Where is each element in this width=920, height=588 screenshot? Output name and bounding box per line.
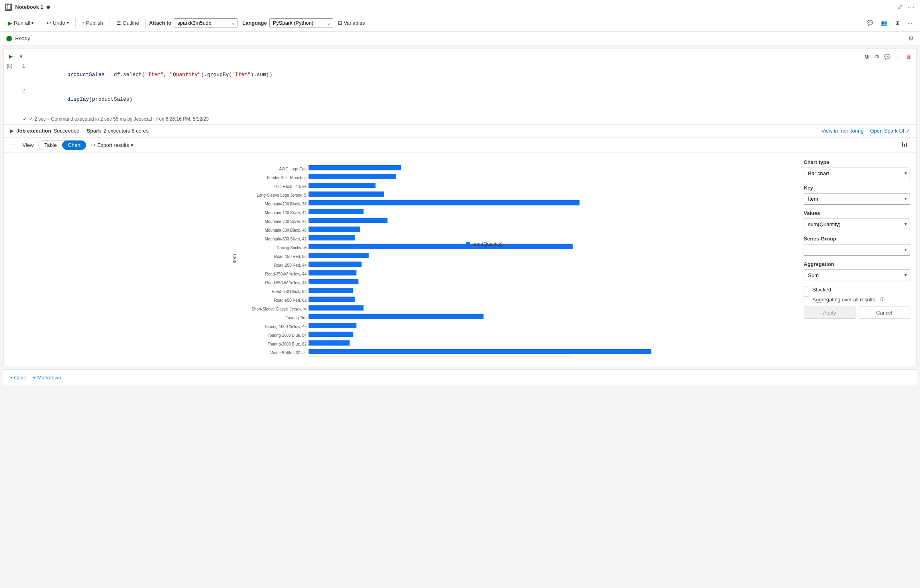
bar-chart-svg: Item AWC Logo Cap Fender Set - Mountain … bbox=[10, 159, 791, 358]
ml-icon: MI bbox=[865, 55, 869, 59]
job-bar: ▶ Job execution Succeeded Spark 2 execut… bbox=[4, 124, 916, 137]
run-cell-icon: ▶ bbox=[9, 53, 13, 59]
aggregating-checkbox[interactable] bbox=[804, 297, 809, 302]
svg-rect-18 bbox=[309, 218, 388, 223]
status-text: Ready bbox=[15, 35, 30, 41]
add-markdown-button[interactable]: + Markdown bbox=[33, 375, 61, 381]
cell-actions: MI ⧉ 💬 ··· 🗑 bbox=[863, 52, 913, 61]
run-all-button[interactable]: ▶ Run all ▾ bbox=[5, 18, 37, 28]
attach-label: Attach to bbox=[149, 20, 171, 26]
svg-text:Fender Set - Mountain: Fender Set - Mountain bbox=[267, 176, 307, 180]
svg-text:Road-550-W Yellow, 48: Road-550-W Yellow, 48 bbox=[265, 281, 307, 285]
stacked-checkbox[interactable] bbox=[804, 287, 809, 292]
chart-settings-button[interactable] bbox=[900, 140, 910, 150]
aggregating-row: Aggregating over all results ⓘ bbox=[804, 297, 910, 303]
run-chevron[interactable]: ▾ bbox=[31, 21, 33, 25]
variables-button[interactable]: ⊞ Variables bbox=[335, 18, 368, 27]
svg-text:0: 0 bbox=[308, 358, 310, 358]
more-dots[interactable]: ··· bbox=[10, 141, 18, 148]
aggregation-select[interactable]: SumCountAverageMinMax bbox=[804, 270, 910, 281]
divider-1 bbox=[40, 18, 40, 28]
svg-rect-20 bbox=[309, 227, 360, 232]
chart-view-button[interactable]: Chart bbox=[62, 141, 86, 150]
svg-rect-38 bbox=[309, 305, 364, 311]
svg-text:Touring-3000 Blue, 62: Touring-3000 Blue, 62 bbox=[268, 342, 307, 346]
export-button[interactable]: ↦ Export results ▾ bbox=[91, 142, 133, 148]
key-label: Key bbox=[804, 185, 910, 191]
undo-chevron[interactable]: ▾ bbox=[67, 21, 69, 25]
svg-rect-22 bbox=[309, 235, 355, 240]
share-button[interactable]: 👥 bbox=[878, 18, 891, 27]
chart-type-select[interactable]: Bar chartLine chartScatter plotPie chart bbox=[804, 168, 910, 179]
svg-rect-6 bbox=[309, 165, 401, 170]
svg-rect-2 bbox=[902, 142, 903, 147]
export-icon: ↦ bbox=[91, 142, 96, 148]
svg-text:Mountain-200 Silver, 42: Mountain-200 Silver, 42 bbox=[265, 219, 307, 224]
view-monitoring-link[interactable]: View in monitoring bbox=[821, 128, 863, 134]
language-select-wrapper: PySpark (Python) bbox=[269, 18, 333, 27]
expand-icon[interactable]: ⤢ bbox=[898, 3, 903, 11]
comment-button[interactable]: 💬 bbox=[863, 18, 876, 27]
toolbar-more-button[interactable]: ··· bbox=[904, 18, 915, 27]
toolbar: ▶ Run all ▾ ↩ Undo ▾ ↑ Publish ☰ Outline… bbox=[0, 14, 920, 32]
svg-text:Hitch Rack - 4-Bike: Hitch Rack - 4-Bike bbox=[273, 184, 307, 189]
grid-button[interactable]: ⊞ bbox=[892, 18, 903, 27]
svg-rect-44 bbox=[309, 332, 353, 337]
svg-text:Road-650 Black, 62: Road-650 Black, 62 bbox=[272, 289, 307, 294]
aggregating-info-icon: ⓘ bbox=[880, 297, 885, 303]
cell-more-button[interactable]: ··· bbox=[894, 52, 902, 61]
cell-execution-status: ✓ 2 sec – Command executed in 2 sec 55 m… bbox=[29, 116, 209, 122]
values-select[interactable]: sum(Quantity) bbox=[804, 219, 910, 230]
delete-icon: 🗑 bbox=[906, 54, 911, 60]
attach-select[interactable]: sparkk3m5udb bbox=[174, 18, 237, 27]
cell-status: ✓ ✓ 2 sec – Command executed in 2 sec 55… bbox=[4, 114, 916, 124]
cell-comment-button[interactable]: 💬 bbox=[882, 52, 893, 61]
open-spark-link[interactable]: Open Spark UI ↗ bbox=[870, 128, 910, 134]
export-label: Export results bbox=[97, 142, 129, 148]
cell-number: [8] bbox=[7, 63, 12, 69]
svg-text:Mountain-500 Black, 40: Mountain-500 Black, 40 bbox=[265, 228, 307, 232]
view-label: View bbox=[22, 142, 33, 148]
series-group-select[interactable] bbox=[804, 244, 910, 256]
apply-button[interactable]: Apply bbox=[804, 307, 855, 319]
publish-button[interactable]: ↑ Publish bbox=[79, 18, 106, 27]
bottom-bar: + Code + Markdown bbox=[3, 369, 917, 385]
svg-text:Touring-2000 Blue, 54: Touring-2000 Blue, 54 bbox=[268, 333, 307, 338]
main-content: ▶ ▾ MI ⧉ 💬 ··· 🗑 bbox=[0, 45, 920, 588]
cell-collapse-button[interactable]: ▾ bbox=[18, 52, 25, 61]
notebook-icon bbox=[5, 4, 12, 11]
divider-4 bbox=[145, 18, 146, 28]
key-select[interactable]: ItemQuantity bbox=[804, 193, 910, 205]
ready-indicator bbox=[6, 36, 12, 41]
undo-button[interactable]: ↩ Undo ▾ bbox=[43, 18, 72, 27]
settings-icon[interactable]: ⚙ bbox=[908, 35, 914, 42]
aggregation-select-wrapper: SumCountAverageMinMax ▾ bbox=[804, 270, 910, 281]
outline-button[interactable]: ☰ Outline bbox=[113, 18, 142, 27]
more-icon[interactable]: ··· bbox=[908, 4, 915, 11]
job-spark-label: Spark bbox=[86, 128, 101, 134]
cell-ml-button[interactable]: MI bbox=[863, 52, 871, 61]
add-code-button[interactable]: + Code bbox=[10, 375, 26, 381]
cancel-button[interactable]: Cancel bbox=[859, 307, 910, 319]
cell-code-block[interactable]: 1 productSales = df.select("Item", "Quan… bbox=[19, 63, 913, 112]
svg-rect-8 bbox=[309, 174, 396, 179]
title-bar-right: ⤢ ··· bbox=[898, 3, 915, 11]
language-select[interactable]: PySpark (Python) bbox=[269, 18, 333, 27]
values-select-wrapper: sum(Quantity) ▾ bbox=[804, 219, 910, 230]
svg-text:Touring-1000 Yellow, 46: Touring-1000 Yellow, 46 bbox=[265, 324, 307, 329]
svg-text:Mountain-100 Black, 38: Mountain-100 Black, 38 bbox=[265, 202, 307, 206]
cell-copy-button[interactable]: ⧉ bbox=[873, 52, 881, 61]
cell-delete-button[interactable]: 🗑 bbox=[904, 52, 913, 61]
run-cell-button[interactable]: ▶ bbox=[7, 52, 15, 61]
job-expand-icon[interactable]: ▶ bbox=[10, 128, 14, 134]
svg-text:500: 500 bbox=[362, 358, 369, 358]
stacked-row: Stacked bbox=[804, 287, 910, 293]
svg-text:1500: 1500 bbox=[474, 358, 483, 358]
grid-icon: ⊞ bbox=[895, 20, 900, 26]
title-bar: Notebook 1 ⤢ ··· bbox=[0, 0, 920, 14]
svg-rect-40 bbox=[309, 314, 484, 319]
svg-rect-4 bbox=[906, 143, 907, 147]
series-group-label: Series Group bbox=[804, 236, 910, 242]
line-num-2: 2 bbox=[19, 87, 25, 112]
table-view-button[interactable]: Table bbox=[39, 141, 62, 150]
